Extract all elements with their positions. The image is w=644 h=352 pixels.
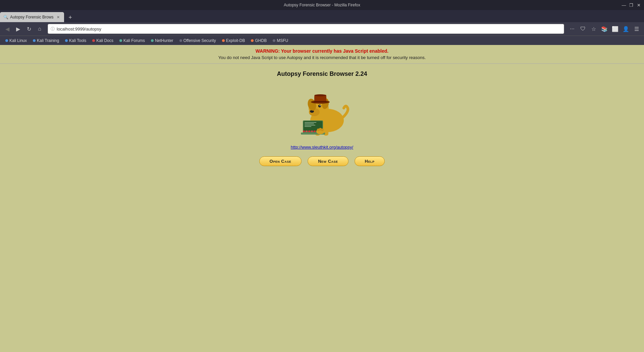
bookmark-icon [273,39,275,42]
close-button[interactable]: ✕ [636,2,641,8]
bookmark-label: Kali Forums [123,38,145,43]
bookmark-label: Kali Training [37,38,59,43]
page-main: Autopsy Forensic Browser 2.24 [259,64,385,166]
svg-point-30 [321,129,324,131]
bookmark-icon [33,39,36,42]
tab-favicon: 🔍 [3,15,8,19]
sidebar-button[interactable]: ⬜ [610,24,620,34]
title-bar: Autopsy Forensic Browser - Mozilla Firef… [0,0,644,10]
bookmark-icon [65,39,68,42]
window-title: Autopsy Forensic Browser - Mozilla Firef… [284,3,360,7]
bookmark-msfu[interactable]: MSFU [270,38,291,44]
bookmark-nethunter[interactable]: NetHunter [148,38,176,44]
warning-sub-text: You do not need Java Script to use Autop… [0,55,644,60]
bookmark-kali-linux[interactable]: Kali Linux [3,38,30,44]
tab-title: Autopsy Forensic Brows [10,15,53,19]
app-title: Autopsy Forensic Browser 2.24 [277,70,367,78]
forward-button[interactable]: ▶ [13,24,23,34]
bookmark-star-button[interactable]: ☆ [589,24,598,34]
menu-button[interactable]: ☰ [632,24,641,34]
svg-rect-11 [314,101,326,102]
svg-rect-17 [305,123,314,124]
svg-rect-23 [308,131,310,132]
minimize-button[interactable]: — [621,2,627,8]
svg-rect-21 [303,131,305,132]
new-tab-button[interactable]: + [65,13,75,22]
bookmark-icon [179,39,182,42]
secure-icon: ⓘ [51,26,55,32]
tab-bar: 🔍 Autopsy Forensic Brows ✕ + [0,10,644,22]
bookmark-icon [119,39,122,42]
tab-close-button[interactable]: ✕ [55,14,61,20]
bookmark-label: Exploit-DB [226,38,245,43]
help-button[interactable]: Help [355,156,385,166]
open-case-button[interactable]: Open Case [259,156,302,166]
reload-button[interactable]: ↻ [24,24,34,34]
bookmark-icon [5,39,8,42]
bookmark-label: GHDB [255,38,267,43]
bookmark-label: NetHunter [155,38,173,43]
active-tab[interactable]: 🔍 Autopsy Forensic Brows ✕ [0,12,64,22]
svg-rect-16 [305,122,316,123]
back-button[interactable]: ◀ [3,24,12,34]
bookmark-label: MSFU [277,38,288,43]
bookmark-kali-forums[interactable]: Kali Forums [117,38,148,44]
restore-button[interactable]: ❐ [629,2,634,8]
site-link[interactable]: http://www.sleuthkit.org/autopsy/ [291,145,353,150]
profile-button[interactable]: 👤 [621,24,631,34]
address-bar[interactable]: ⓘ localhost:9999/autopsy [48,24,564,34]
svg-rect-22 [306,131,308,132]
bookmark-kali-tools[interactable]: Kali Tools [62,38,89,44]
bookmark-ghdb[interactable]: GHDB [248,38,269,44]
svg-point-10 [314,94,326,96]
bookmark-label: Kali Docs [96,38,113,43]
bookmark-label: Offensive Security [183,38,216,43]
action-buttons-row: Open Case New Case Help [259,156,385,166]
dog-illustration [293,85,351,137]
bookmark-icon [222,39,225,42]
bookmark-icon [251,39,254,42]
bookmark-label: Kali Tools [69,38,86,43]
bookmark-icon [92,39,95,42]
warning-main-text: WARNING: Your browser currently has Java… [0,48,644,54]
shield-button[interactable]: 🛡 [578,24,588,34]
bookmarks-bar: Kali Linux Kali Training Kali Tools Kali… [0,36,644,45]
svg-point-5 [320,105,321,106]
svg-rect-19 [305,126,311,127]
more-button[interactable]: ··· [568,24,577,34]
warning-bar: WARNING: Your browser currently has Java… [0,45,644,64]
dog-image-container [292,84,352,138]
nav-right-controls: ··· 🛡 ☆ 📚 ⬜ 👤 ☰ [568,24,641,34]
home-button[interactable]: ⌂ [35,24,44,34]
page-content: WARNING: Your browser currently has Java… [0,45,644,352]
url-text: localhost:9999/autopsy [57,27,561,32]
window-controls: — ❐ ✕ [621,2,641,8]
bookmark-icon [151,39,154,42]
new-case-button[interactable]: New Case [308,156,348,166]
bookmark-kali-training[interactable]: Kali Training [30,38,62,44]
bookmark-offensive-security[interactable]: Offensive Security [177,38,219,44]
bookmark-label: Kali Linux [9,38,27,43]
svg-rect-18 [305,125,315,125]
bookmark-exploit-db[interactable]: Exploit-DB [219,38,248,44]
library-button[interactable]: 📚 [600,24,609,34]
bookmark-kali-docs[interactable]: Kali Docs [90,38,116,44]
navigation-bar: ◀ ▶ ↻ ⌂ ⓘ localhost:9999/autopsy ··· 🛡 ☆… [0,22,644,36]
svg-rect-24 [311,131,313,132]
svg-rect-25 [314,131,316,132]
